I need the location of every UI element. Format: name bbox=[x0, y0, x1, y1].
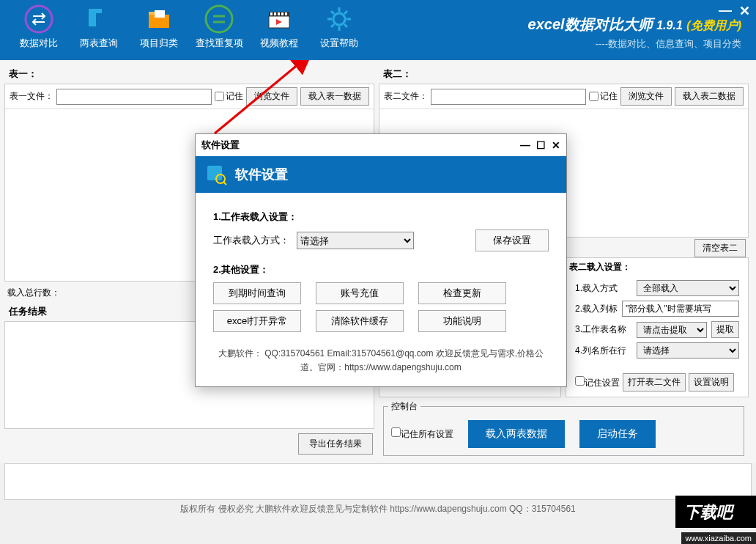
table2-file-input[interactable] bbox=[431, 89, 586, 105]
t2-s3-label: 3.工作表名称 bbox=[575, 323, 632, 336]
export-result-button[interactable]: 导出任务结果 bbox=[298, 433, 373, 455]
dialog-maximize-icon[interactable]: ☐ bbox=[536, 139, 546, 151]
table1-file-label: 表一文件： bbox=[10, 90, 53, 103]
titlebar: 数据对比 两表查询 项目归类 查找重复项 视频教程 bbox=[0, 0, 756, 60]
t2-settings-help-button[interactable]: 设置说明 bbox=[689, 373, 734, 392]
table2-remember-checkbox[interactable] bbox=[589, 92, 598, 101]
video-icon bbox=[264, 4, 294, 34]
dlg-clear-cache-button[interactable]: 清除软件缓存 bbox=[316, 310, 404, 332]
tb-label: 项目归类 bbox=[140, 37, 178, 50]
table2-browse-button[interactable]: 浏览文件 bbox=[620, 87, 672, 106]
tb-label: 视频教程 bbox=[260, 37, 298, 50]
app-subtitle: ----数据对比、信息查询、项目分类 bbox=[528, 37, 741, 51]
dlg-feature-help-button[interactable]: 功能说明 bbox=[418, 310, 506, 332]
control-panel: 控制台 记住所有设置 载入两表数据 启动任务 bbox=[383, 400, 744, 456]
svg-rect-11 bbox=[281, 12, 284, 15]
window-controls: — ✕ bbox=[719, 3, 750, 19]
svg-line-21 bbox=[344, 24, 347, 27]
t2-load-method-select[interactable]: 全部载入 bbox=[637, 280, 739, 296]
clear-table2-button[interactable]: 清空表二 bbox=[694, 239, 746, 257]
svg-text:下载吧: 下载吧 bbox=[684, 503, 735, 521]
svg-rect-8 bbox=[270, 12, 273, 15]
t2-load-cols-input[interactable] bbox=[622, 301, 739, 317]
dialog-titlebar[interactable]: 软件设置 — ☐ ✕ bbox=[196, 134, 566, 156]
svg-point-0 bbox=[26, 6, 52, 32]
tb-classify[interactable]: 项目归类 bbox=[129, 4, 189, 50]
load-count-label: 载入总行数： bbox=[7, 287, 60, 299]
close-icon[interactable]: ✕ bbox=[739, 3, 750, 19]
tb-label: 两表查询 bbox=[80, 37, 118, 50]
table1-file-row: 表一文件： 记住 浏览文件 载入表一数据 bbox=[5, 84, 374, 109]
svg-point-4 bbox=[206, 6, 232, 32]
svg-line-20 bbox=[331, 11, 334, 14]
app-title: excel数据对比大师 1.9.1 (免费用户) ----数据对比、信息查询、项… bbox=[528, 15, 741, 51]
dlg-expiry-query-button[interactable]: 到期时间查询 bbox=[213, 282, 301, 304]
folder-icon bbox=[144, 4, 174, 34]
dlg-recharge-button[interactable]: 账号充值 bbox=[316, 282, 404, 304]
control-title: 控制台 bbox=[388, 400, 420, 413]
download-logo-watermark: 下载吧 bbox=[675, 496, 756, 531]
app-version: 1.9.1 bbox=[656, 19, 683, 32]
tb-video-tutorial[interactable]: 视频教程 bbox=[249, 4, 309, 50]
dlg-save-button[interactable]: 保存设置 bbox=[475, 229, 549, 251]
t2-sheet-select[interactable]: 请点击提取 bbox=[637, 322, 707, 338]
dlg-load-method-label: 工作表载入方式： bbox=[213, 234, 289, 247]
t2-s4-label: 4.列名所在行 bbox=[575, 345, 632, 357]
svg-rect-9 bbox=[274, 12, 276, 15]
t2-remember-settings[interactable]: 记住设置 bbox=[575, 376, 620, 389]
load-both-button[interactable]: 载入两表数据 bbox=[468, 420, 565, 448]
svg-rect-12 bbox=[285, 12, 287, 15]
start-task-button[interactable]: 启动任务 bbox=[579, 420, 656, 448]
table1-browse-button[interactable]: 浏览文件 bbox=[246, 87, 297, 106]
table2-load-settings: 表二载入设置： 1.载入方式 全部载入 2.载入列标 3.工作表名称 请点击提取… bbox=[566, 257, 749, 397]
tb-label: 设置帮助 bbox=[320, 37, 358, 50]
main-toolbar: 数据对比 两表查询 项目归类 查找重复项 视频教程 bbox=[0, 0, 378, 54]
table1-file-input[interactable] bbox=[56, 89, 212, 105]
dlg-section2-title: 2.其他设置： bbox=[213, 263, 549, 276]
table2-remember[interactable]: 记住 bbox=[589, 90, 618, 103]
dialog-header: 软件设置 bbox=[196, 156, 566, 193]
dlg-section1-title: 1.工作表载入设置： bbox=[213, 210, 549, 224]
table2-file-row: 表二文件： 记住 浏览文件 载入表二数据 bbox=[379, 84, 748, 109]
table2-load-button[interactable]: 载入表二数据 bbox=[675, 87, 744, 106]
t2-settings-title: 表二载入设置： bbox=[569, 261, 745, 273]
table2-file-label: 表二文件： bbox=[384, 90, 428, 103]
dlg-excel-error-button[interactable]: excel打开异常 bbox=[213, 310, 301, 332]
app-name: excel数据对比大师 bbox=[528, 16, 653, 32]
dlg-check-update-button[interactable]: 检查更新 bbox=[418, 282, 506, 304]
settings-dialog: 软件设置 — ☐ ✕ 软件设置 1.工作表载入设置： 工作表载入方式： 请选择 … bbox=[195, 133, 567, 387]
dialog-title: 软件设置 bbox=[201, 139, 240, 152]
svg-point-15 bbox=[333, 13, 345, 25]
dialog-minimize-icon[interactable]: — bbox=[520, 139, 530, 151]
tb-label: 数据对比 bbox=[20, 37, 58, 50]
tb-two-table-query[interactable]: 两表查询 bbox=[69, 4, 129, 50]
tb-find-duplicates[interactable]: 查找重复项 bbox=[189, 4, 249, 50]
dialog-close-icon[interactable]: ✕ bbox=[552, 139, 560, 151]
compare-icon bbox=[24, 4, 53, 34]
remember-all-settings[interactable]: 记住所有设置 bbox=[391, 427, 453, 441]
duplicate-icon bbox=[204, 4, 234, 34]
svg-line-23 bbox=[331, 24, 334, 27]
footer-text: 版权所有 侵权必究 大鹏软件欢迎反馈意见与定制软件 https://www.da… bbox=[0, 500, 756, 518]
query-icon bbox=[84, 4, 114, 34]
t2-extract-button[interactable]: 提取 bbox=[711, 321, 739, 338]
tb-label: 查找重复项 bbox=[196, 37, 243, 50]
gear-icon bbox=[325, 4, 354, 34]
tb-data-compare[interactable]: 数据对比 bbox=[9, 4, 69, 50]
svg-rect-2 bbox=[96, 13, 109, 31]
tb-settings-help[interactable]: 设置帮助 bbox=[309, 4, 369, 50]
t2-s2-label: 2.载入列标 bbox=[575, 303, 618, 315]
dlg-load-method-select[interactable]: 请选择 bbox=[297, 232, 414, 249]
url-watermark: www.xiazaiba.com bbox=[681, 532, 756, 544]
table1-remember-checkbox[interactable] bbox=[215, 92, 224, 101]
minimize-icon[interactable]: — bbox=[719, 3, 732, 19]
table1-load-button[interactable]: 载入表一数据 bbox=[300, 87, 369, 106]
t2-header-row-select[interactable]: 请选择 bbox=[637, 342, 739, 359]
svg-line-28 bbox=[223, 182, 226, 185]
table2-label: 表二： bbox=[379, 65, 749, 84]
open-t2-file-button[interactable]: 打开表二文件 bbox=[623, 373, 686, 392]
settings-dialog-icon bbox=[204, 163, 228, 186]
table1-remember[interactable]: 记住 bbox=[215, 90, 243, 103]
dlg-footer-text: 大鹏软件： QQ:315704561 Email:315704561@qq.co… bbox=[213, 347, 549, 375]
svg-rect-3 bbox=[155, 10, 165, 18]
